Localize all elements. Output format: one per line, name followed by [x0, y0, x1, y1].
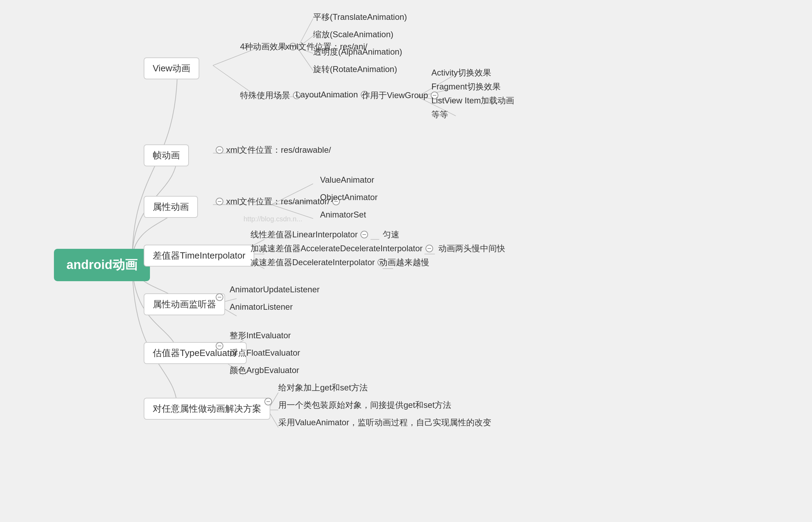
activity-switch: Activity切换效果 — [431, 67, 491, 78]
update-listener: AnimatorUpdateListener — [230, 285, 320, 294]
sol-2: 用一个类包装原始对象，间接提供get和set方法 — [278, 400, 451, 411]
etc: 等等 — [431, 109, 448, 120]
anim-listener: AnimatorListener — [230, 302, 293, 312]
collapse-listener[interactable] — [216, 293, 223, 301]
listener-label: 属性动画监听器 — [153, 298, 216, 310]
solution-circle — [264, 398, 272, 405]
interpolator-label: 差值器TimeInterpolator — [153, 250, 245, 262]
collapse-evaluator[interactable] — [216, 342, 223, 350]
root-label: android动画 — [66, 256, 137, 274]
int-evaluator: 整形IntEvaluator — [230, 330, 291, 341]
sol-3: 采用ValueAnimator，监听动画过程，自己实现属性的改变 — [278, 417, 491, 428]
collapse-drawable[interactable] — [216, 146, 223, 154]
evaluator-circle — [216, 342, 223, 350]
slow-down: 动画越来越慢 — [379, 257, 429, 268]
viewgroup-node: 作用于ViewGroup — [362, 90, 438, 101]
object-animator: ObjectAnimator — [320, 192, 377, 202]
float-evaluator: 浮点FloatEvaluator — [230, 347, 300, 358]
collapse-solution[interactable] — [264, 398, 272, 405]
value-animator: ValueAnimator — [320, 175, 374, 185]
listener-circle — [216, 293, 223, 301]
frame-anim-label: 帧动画 — [153, 149, 180, 161]
property-anim-node: 属性动画 — [144, 196, 198, 218]
listview-anim: ListView Item加载动画 — [431, 95, 514, 106]
rotate-anim: 旋转(RotateAnimation) — [313, 64, 397, 75]
fragment-switch: Fragment切换效果 — [431, 81, 501, 92]
root-node: android动画 — [54, 249, 150, 281]
view-animation-label: View动画 — [153, 62, 190, 74]
collapse-acc-dec[interactable] — [425, 245, 433, 252]
sol-1: 给对象加上get和set方法 — [278, 382, 368, 393]
collapse-animator[interactable] — [216, 198, 223, 205]
frame-anim-node: 帧动画 — [144, 144, 189, 166]
slow-fast-slow: 动画两头慢中间快 — [438, 243, 505, 254]
listener-node: 属性动画监听器 — [144, 293, 225, 315]
uniform-speed: 匀速 — [383, 229, 399, 240]
collapse-linear[interactable] — [360, 231, 368, 238]
solution-label: 对任意属性做动画解决方案 — [153, 403, 261, 415]
mind-map-canvas: android动画 View动画 4种动画效果 xml文件位置：res/ani/… — [0, 0, 812, 522]
solution-node: 对任意属性做动画解决方案 — [144, 398, 270, 420]
dec-interpolator: 减速差值器DecelerateInterpolator — [250, 257, 385, 268]
watermark: http://blog.csdn.n... — [244, 215, 302, 223]
property-anim-label: 属性动画 — [153, 201, 189, 213]
alpha-anim: 透明度(AlphaAnimation) — [313, 46, 402, 57]
layout-anim-node: LayoutAnimation — [296, 90, 368, 100]
xml-drawable-node: xml文件位置：res/drawable/ — [216, 144, 331, 156]
argb-evaluator: 颜色ArgbEvaluator — [230, 365, 299, 376]
evaluator-label: 估值器TypeEvaluator — [153, 347, 238, 359]
animator-set: AnimatorSet — [320, 210, 366, 220]
special-node: 特殊使用场景 — [240, 90, 301, 101]
acc-dec-interpolator: 加减速差值器AccelerateDecelerateInterpolator — [250, 243, 433, 254]
interpolator-node: 差值器TimeInterpolator — [144, 245, 254, 267]
text-4anim: 4种动画效果 — [240, 41, 286, 52]
linear-interpolator: 线性差值器LinearInterpolator — [250, 229, 368, 240]
scale-anim: 缩放(ScaleAnimation) — [313, 29, 393, 40]
view-animation-node: View动画 — [144, 57, 199, 79]
translate-anim: 平移(TranslateAnimation) — [313, 11, 407, 23]
